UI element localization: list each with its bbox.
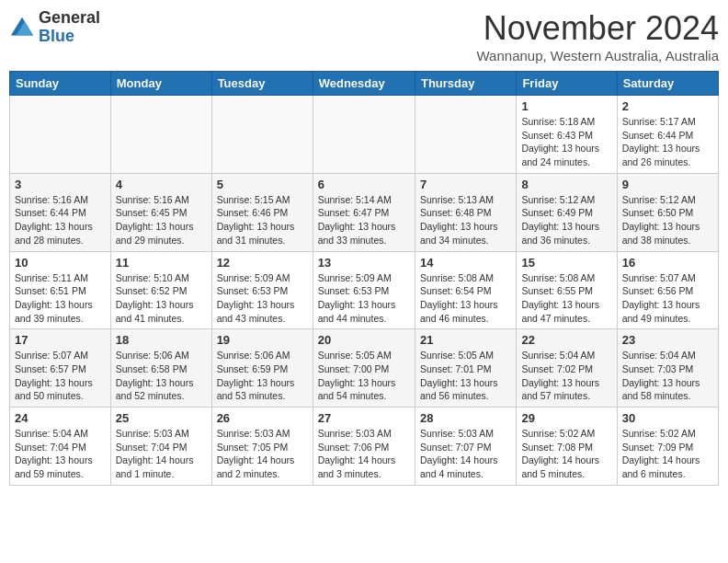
day-number: 22 — [521, 333, 611, 347]
day-number: 16 — [622, 256, 713, 270]
day-number: 6 — [318, 178, 410, 191]
calendar-cell: 7Sunrise: 5:13 AM Sunset: 6:48 PM Daylig… — [415, 173, 516, 251]
day-number: 13 — [318, 256, 410, 270]
day-number: 5 — [217, 178, 308, 191]
day-info: Sunrise: 5:16 AM Sunset: 6:45 PM Dayligh… — [116, 193, 207, 247]
day-number: 10 — [15, 256, 106, 270]
day-number: 7 — [420, 178, 511, 191]
day-info: Sunrise: 5:14 AM Sunset: 6:47 PM Dayligh… — [318, 193, 410, 247]
day-info: Sunrise: 5:06 AM Sunset: 6:58 PM Dayligh… — [116, 349, 207, 403]
day-info: Sunrise: 5:06 AM Sunset: 6:59 PM Dayligh… — [217, 349, 308, 403]
day-info: Sunrise: 5:07 AM Sunset: 6:57 PM Dayligh… — [15, 349, 106, 403]
calendar-cell: 21Sunrise: 5:05 AM Sunset: 7:01 PM Dayli… — [415, 329, 516, 408]
day-info: Sunrise: 5:04 AM Sunset: 7:03 PM Dayligh… — [622, 349, 713, 403]
calendar-cell: 29Sunrise: 5:02 AM Sunset: 7:08 PM Dayli… — [517, 408, 617, 486]
calendar-cell: 11Sunrise: 5:10 AM Sunset: 6:52 PM Dayli… — [110, 251, 211, 329]
day-number: 23 — [622, 333, 713, 347]
calendar-week-row: 24Sunrise: 5:04 AM Sunset: 7:04 PM Dayli… — [10, 408, 719, 486]
day-info: Sunrise: 5:13 AM Sunset: 6:48 PM Dayligh… — [420, 193, 511, 247]
day-number: 8 — [521, 178, 611, 191]
month-title: November 2024 — [477, 9, 719, 48]
day-number: 28 — [420, 411, 511, 425]
day-info: Sunrise: 5:11 AM Sunset: 6:51 PM Dayligh… — [15, 271, 106, 326]
day-info: Sunrise: 5:17 AM Sunset: 6:44 PM Dayligh… — [622, 115, 713, 169]
calendar-cell: 9Sunrise: 5:12 AM Sunset: 6:50 PM Daylig… — [617, 173, 718, 251]
calendar-cell — [10, 96, 111, 174]
day-info: Sunrise: 5:08 AM Sunset: 6:55 PM Dayligh… — [521, 271, 611, 326]
day-info: Sunrise: 5:18 AM Sunset: 6:43 PM Dayligh… — [521, 115, 611, 169]
day-info: Sunrise: 5:02 AM Sunset: 7:09 PM Dayligh… — [622, 427, 713, 481]
day-info: Sunrise: 5:12 AM Sunset: 6:49 PM Dayligh… — [521, 193, 611, 247]
day-number: 29 — [521, 411, 611, 425]
day-number: 21 — [420, 333, 511, 347]
day-info: Sunrise: 5:03 AM Sunset: 7:07 PM Dayligh… — [420, 427, 511, 481]
day-info: Sunrise: 5:03 AM Sunset: 7:06 PM Dayligh… — [318, 427, 410, 481]
day-number: 18 — [116, 333, 207, 347]
day-info: Sunrise: 5:05 AM Sunset: 7:01 PM Dayligh… — [420, 349, 511, 403]
logo: General Blue — [9, 9, 100, 46]
day-number: 12 — [217, 256, 308, 270]
calendar-cell: 16Sunrise: 5:07 AM Sunset: 6:56 PM Dayli… — [617, 251, 718, 329]
calendar-week-row: 1Sunrise: 5:18 AM Sunset: 6:43 PM Daylig… — [10, 96, 719, 174]
day-number: 24 — [15, 411, 106, 425]
day-of-week-header: Wednesday — [313, 72, 415, 96]
calendar-cell: 20Sunrise: 5:05 AM Sunset: 7:00 PM Dayli… — [313, 329, 415, 408]
day-of-week-header: Tuesday — [211, 72, 313, 96]
calendar-cell: 18Sunrise: 5:06 AM Sunset: 6:58 PM Dayli… — [110, 329, 211, 408]
day-number: 9 — [622, 178, 713, 191]
calendar-cell: 2Sunrise: 5:17 AM Sunset: 6:44 PM Daylig… — [617, 96, 718, 174]
calendar-week-row: 17Sunrise: 5:07 AM Sunset: 6:57 PM Dayli… — [10, 329, 719, 408]
calendar-week-row: 3Sunrise: 5:16 AM Sunset: 6:44 PM Daylig… — [10, 173, 719, 251]
day-number: 30 — [622, 411, 713, 425]
calendar-cell — [211, 96, 313, 174]
day-of-week-header: Friday — [517, 72, 617, 96]
calendar-cell: 8Sunrise: 5:12 AM Sunset: 6:49 PM Daylig… — [517, 173, 617, 251]
calendar-cell: 1Sunrise: 5:18 AM Sunset: 6:43 PM Daylig… — [517, 96, 617, 174]
calendar-cell: 26Sunrise: 5:03 AM Sunset: 7:05 PM Dayli… — [211, 408, 313, 486]
calendar-cell: 23Sunrise: 5:04 AM Sunset: 7:03 PM Dayli… — [617, 329, 718, 408]
day-info: Sunrise: 5:04 AM Sunset: 7:04 PM Dayligh… — [15, 427, 106, 481]
day-info: Sunrise: 5:05 AM Sunset: 7:00 PM Dayligh… — [318, 349, 410, 403]
day-number: 14 — [420, 256, 511, 270]
calendar-cell: 25Sunrise: 5:03 AM Sunset: 7:04 PM Dayli… — [110, 408, 211, 486]
day-number: 20 — [318, 333, 410, 347]
calendar-cell — [313, 96, 415, 174]
day-of-week-header: Sunday — [10, 72, 111, 96]
calendar-cell: 22Sunrise: 5:04 AM Sunset: 7:02 PM Dayli… — [517, 329, 617, 408]
calendar-cell: 6Sunrise: 5:14 AM Sunset: 6:47 PM Daylig… — [313, 173, 415, 251]
calendar-cell: 3Sunrise: 5:16 AM Sunset: 6:44 PM Daylig… — [10, 173, 111, 251]
day-info: Sunrise: 5:03 AM Sunset: 7:05 PM Dayligh… — [217, 427, 308, 481]
logo-text: General Blue — [39, 9, 100, 46]
location: Wannanup, Western Australia, Australia — [477, 48, 719, 63]
calendar-cell: 15Sunrise: 5:08 AM Sunset: 6:55 PM Dayli… — [517, 251, 617, 329]
calendar-cell: 19Sunrise: 5:06 AM Sunset: 6:59 PM Dayli… — [211, 329, 313, 408]
calendar-header-row: SundayMondayTuesdayWednesdayThursdayFrid… — [10, 72, 719, 96]
day-number: 17 — [15, 333, 106, 347]
calendar-cell: 27Sunrise: 5:03 AM Sunset: 7:06 PM Dayli… — [313, 408, 415, 486]
day-info: Sunrise: 5:04 AM Sunset: 7:02 PM Dayligh… — [521, 349, 611, 403]
day-number: 2 — [622, 99, 713, 113]
day-of-week-header: Thursday — [415, 72, 516, 96]
day-info: Sunrise: 5:07 AM Sunset: 6:56 PM Dayligh… — [622, 271, 713, 326]
day-number: 1 — [521, 99, 611, 113]
day-number: 26 — [217, 411, 308, 425]
day-info: Sunrise: 5:09 AM Sunset: 6:53 PM Dayligh… — [217, 271, 308, 326]
day-info: Sunrise: 5:12 AM Sunset: 6:50 PM Dayligh… — [622, 193, 713, 247]
calendar-cell: 24Sunrise: 5:04 AM Sunset: 7:04 PM Dayli… — [10, 408, 111, 486]
day-of-week-header: Monday — [110, 72, 211, 96]
day-number: 3 — [15, 178, 106, 191]
day-info: Sunrise: 5:08 AM Sunset: 6:54 PM Dayligh… — [420, 271, 511, 326]
day-info: Sunrise: 5:15 AM Sunset: 6:46 PM Dayligh… — [217, 193, 308, 247]
day-info: Sunrise: 5:02 AM Sunset: 7:08 PM Dayligh… — [521, 427, 611, 481]
day-number: 19 — [217, 333, 308, 347]
calendar-table: SundayMondayTuesdayWednesdayThursdayFrid… — [9, 71, 719, 486]
calendar-cell: 17Sunrise: 5:07 AM Sunset: 6:57 PM Dayli… — [10, 329, 111, 408]
calendar-cell: 28Sunrise: 5:03 AM Sunset: 7:07 PM Dayli… — [415, 408, 516, 486]
day-info: Sunrise: 5:09 AM Sunset: 6:53 PM Dayligh… — [318, 271, 410, 326]
calendar-week-row: 10Sunrise: 5:11 AM Sunset: 6:51 PM Dayli… — [10, 251, 719, 329]
calendar-cell: 14Sunrise: 5:08 AM Sunset: 6:54 PM Dayli… — [415, 251, 516, 329]
calendar-cell: 5Sunrise: 5:15 AM Sunset: 6:46 PM Daylig… — [211, 173, 313, 251]
day-number: 27 — [318, 411, 410, 425]
calendar-cell: 10Sunrise: 5:11 AM Sunset: 6:51 PM Dayli… — [10, 251, 111, 329]
day-info: Sunrise: 5:10 AM Sunset: 6:52 PM Dayligh… — [116, 271, 207, 326]
